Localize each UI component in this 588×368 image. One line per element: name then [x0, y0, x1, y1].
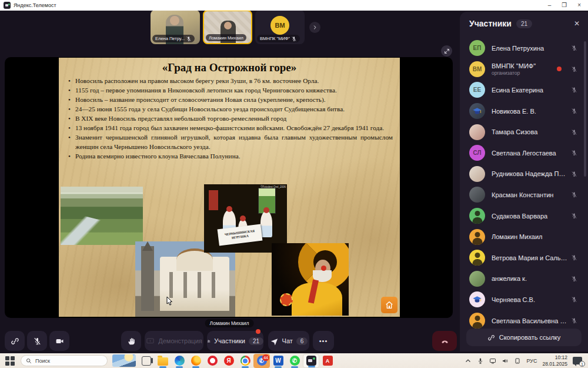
participant-row[interactable]: Ветрова Мария и Сальнико... [460, 247, 583, 268]
photo-watermark: ©Fotodesi Orel_2006 [260, 185, 286, 188]
yandex-icon: Я [224, 356, 234, 366]
participant-avatar: СЛ [469, 145, 485, 161]
mic-off-icon [571, 213, 577, 219]
home-icon [385, 300, 394, 310]
microphone-muted-button[interactable] [27, 331, 47, 351]
participant-name: Рудникова Надежда Петров... [492, 170, 569, 177]
participants-alert-dot [256, 329, 260, 334]
slide-home-button[interactable] [381, 297, 397, 313]
chat-count-badge: 6 [296, 337, 308, 345]
minimize-button[interactable]: – [548, 0, 552, 11]
video-tile-lomakin-active[interactable]: Ломакин Михаил [203, 10, 252, 44]
participants-button[interactable]: Участники 21 [207, 331, 263, 351]
maximize-button[interactable]: ❒ [562, 0, 567, 11]
chat-button[interactable]: Чат 6 [268, 331, 309, 351]
app-badge: 44 [262, 354, 269, 361]
participant-name: Тамара Сизова [492, 128, 569, 135]
shared-slide: «Град на Острожной горе» Новосиль распол… [59, 58, 400, 317]
participant-name: Красман Константин [492, 191, 569, 198]
participants-icon [207, 337, 211, 346]
taskbar-app-chrome[interactable] [237, 354, 253, 368]
windows-taskbar: Поиск Я ✆ 44 W [0, 353, 588, 368]
notification-center-icon[interactable]: 1 [573, 357, 582, 364]
running-indicator [159, 366, 166, 368]
more-options-button[interactable]: ••• [313, 331, 334, 351]
camera-button[interactable] [49, 331, 69, 351]
fullscreen-expand-button[interactable] [441, 45, 452, 57]
participant-row[interactable]: анжелика к. [460, 268, 583, 290]
taskbar-app-yandex-browser[interactable]: Я [220, 354, 237, 368]
taskbar-app-file-explorer[interactable] [155, 354, 171, 368]
copy-link-toolbar-button[interactable] [5, 331, 25, 351]
running-indicator [291, 366, 298, 368]
taskbar-app-acrobat[interactable]: A [319, 354, 336, 368]
search-icon [26, 358, 32, 364]
participant-row[interactable]: Тамара Сизова [460, 121, 583, 142]
tile-name: Ломакин Михаил [209, 35, 243, 41]
participant-avatar [469, 229, 485, 245]
participant-row[interactable]: Красман Константин [460, 184, 583, 205]
participant-row[interactable]: Ломакин Михаил [460, 226, 583, 247]
taskbar-app-edge[interactable] [171, 354, 188, 368]
participants-panel: Участники 21 ✕ ЕП Елена Петрухина ВМ ВМН… [460, 12, 588, 352]
taskbar-app-calls-app[interactable]: ✆ 44 [253, 354, 270, 368]
next-thumbnails-button[interactable] [309, 22, 320, 33]
taskbar-app-word[interactable]: W [270, 354, 286, 368]
mic-off-icon [571, 66, 577, 72]
raise-hand-button[interactable] [121, 331, 141, 351]
panel-scrollbar[interactable] [584, 41, 586, 177]
time: 10:12 [542, 354, 567, 361]
chrome-icon [240, 356, 250, 366]
video-tile-vmnpk[interactable]: ВМ ВМНПК "МИФ" [255, 10, 305, 44]
taskbar-app-whatsapp[interactable]: ✆ [286, 354, 303, 368]
start-button[interactable] [5, 356, 15, 366]
call-toolbar: Демонстрация Участники 21 Чат 6 ••• [0, 330, 460, 353]
taskbar-search-input[interactable]: Поиск [21, 355, 108, 366]
participant-row[interactable]: Черняева С.В. [460, 289, 583, 310]
participant-row[interactable]: Новикова Е. В. [460, 101, 583, 122]
participants-label: Участники [214, 337, 245, 344]
tile-name: Елена Петру... [155, 36, 185, 41]
copy-link-button[interactable]: Скопировать ссылку [466, 329, 582, 346]
tile-name: ВМНПК "МИФ" [260, 36, 290, 41]
taskbar-app-firefox[interactable] [188, 354, 204, 368]
participant-row[interactable]: ВМ ВМНПК "МИФ" организатор [460, 59, 583, 80]
slide-bullet: 24—25 июня 1555 года у села Судбищи Ново… [68, 104, 393, 114]
tray-microphone-icon[interactable] [477, 357, 484, 364]
close-button[interactable]: × [577, 0, 581, 11]
share-screen-button[interactable]: Демонстрация [145, 331, 203, 351]
tray-volume-icon[interactable] [502, 357, 509, 364]
participant-name: ВМНПК "МИФ" [492, 62, 557, 69]
participant-row[interactable]: Рудникова Надежда Петров... [460, 164, 583, 185]
participant-row[interactable]: ЕЕ Есина Екатерина [460, 79, 583, 101]
date: 28.01.2025 [542, 361, 567, 367]
tray-chevron-up-icon[interactable] [465, 357, 472, 364]
link-icon [11, 337, 19, 346]
slide-bullet: 1155 год – первое упоминания в Никоновск… [68, 85, 393, 95]
participant-row[interactable]: Судакова Варвара [460, 205, 583, 227]
participant-row[interactable]: Светлана Васильевна Дереп... [460, 310, 583, 331]
tray-device-icon[interactable] [514, 357, 521, 364]
video-tile-elena[interactable]: Елена Петру... [151, 10, 200, 44]
chat-label: Чат [282, 337, 293, 344]
mic-off-icon [571, 317, 577, 324]
participants-count-badge: 21 [249, 337, 263, 345]
close-panel-icon[interactable]: ✕ [574, 20, 580, 27]
participant-avatar [469, 313, 485, 329]
mic-off-icon [571, 150, 577, 156]
window-title: Яндекс.Телемост [14, 2, 56, 8]
participants-panel-count: 21 [516, 19, 532, 28]
taskbar-app-opera[interactable] [204, 354, 220, 368]
language-indicator[interactable]: РУС [526, 358, 537, 364]
hang-up-button[interactable] [432, 331, 457, 351]
slide-bullet: Новосиль расположен на правом высоком бе… [68, 76, 393, 85]
tray-display-icon[interactable] [489, 357, 496, 364]
participant-name: Елена Петрухина [492, 45, 569, 52]
clock[interactable]: 10:12 28.01.2025 [542, 354, 567, 367]
task-view-button[interactable] [142, 356, 151, 366]
participant-row[interactable]: ЕП Елена Петрухина [460, 38, 583, 59]
taskbar-app-telemost[interactable] [303, 354, 319, 368]
weather-widget[interactable] [112, 354, 136, 367]
slide-bullet: 13 ноября 1941 года город был захвачен н… [68, 123, 393, 132]
participant-row[interactable]: СЛ Светлана Легостаева [460, 142, 583, 164]
